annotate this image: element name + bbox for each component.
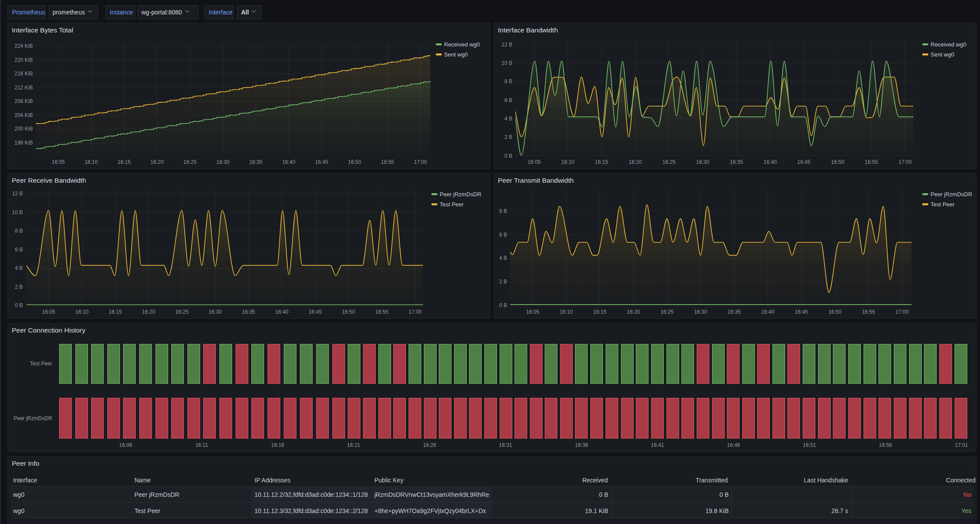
svg-text:10 B: 10 B [501, 60, 512, 66]
svg-text:6 B: 6 B [499, 232, 507, 238]
svg-text:204 KiB: 204 KiB [14, 112, 33, 118]
svg-text:16:46: 16:46 [727, 442, 740, 448]
svg-text:16:51: 16:51 [803, 442, 816, 448]
svg-text:12 B: 12 B [501, 42, 512, 48]
svg-text:16:25: 16:25 [660, 309, 673, 315]
svg-text:16:35: 16:35 [242, 309, 255, 315]
svg-text:Interface Bytes Total: Interface Bytes Total [12, 26, 73, 34]
svg-text:16:15: 16:15 [595, 159, 608, 165]
svg-text:4 B: 4 B [15, 265, 23, 271]
svg-text:16:06: 16:06 [119, 442, 132, 448]
svg-text:Peer jRzmDsDR: Peer jRzmDsDR [14, 415, 52, 421]
svg-text:16:55: 16:55 [865, 159, 878, 165]
svg-text:4 B: 4 B [504, 116, 512, 122]
svg-text:16:10: 16:10 [561, 159, 575, 165]
svg-text:17:00: 17:00 [899, 159, 912, 165]
svg-text:16:20: 16:20 [142, 309, 155, 315]
svg-text:16:35: 16:35 [249, 159, 262, 165]
svg-text:16:25: 16:25 [183, 159, 197, 165]
svg-text:Peer Receive Bandwidth: Peer Receive Bandwidth [12, 177, 86, 184]
svg-text:16:30: 16:30 [696, 159, 709, 165]
svg-text:16:20: 16:20 [629, 159, 642, 165]
svg-text:196 KiB: 196 KiB [14, 140, 33, 146]
svg-text:16:30: 16:30 [216, 159, 229, 165]
svg-text:Test Peer: Test Peer [440, 201, 464, 208]
svg-text:16:20: 16:20 [627, 309, 640, 315]
svg-text:6 B: 6 B [504, 97, 512, 103]
svg-text:2 B: 2 B [504, 134, 512, 140]
svg-text:Peer Info: Peer Info [12, 460, 39, 467]
svg-text:8 B: 8 B [499, 208, 507, 214]
svg-text:16:11: 16:11 [195, 442, 208, 448]
svg-text:16:25: 16:25 [175, 309, 188, 315]
svg-text:16:26: 16:26 [423, 442, 436, 448]
svg-text:16:30: 16:30 [694, 309, 707, 315]
svg-text:16:40: 16:40 [282, 159, 295, 165]
svg-text:16:45: 16:45 [795, 309, 808, 315]
svg-text:17:01: 17:01 [955, 442, 968, 448]
svg-text:2 B: 2 B [15, 284, 23, 290]
svg-text:16:56: 16:56 [879, 442, 892, 448]
svg-text:16:05: 16:05 [42, 309, 55, 315]
svg-text:4 B: 4 B [499, 255, 507, 261]
svg-text:216 KiB: 216 KiB [14, 71, 33, 77]
svg-text:0 B: 0 B [504, 153, 512, 159]
svg-text:16:50: 16:50 [348, 159, 361, 165]
svg-text:16:10: 16:10 [560, 309, 573, 315]
svg-text:16:55: 16:55 [375, 309, 388, 315]
svg-text:16:45: 16:45 [797, 159, 811, 165]
svg-text:16:30: 16:30 [208, 309, 222, 315]
svg-text:16:55: 16:55 [381, 159, 394, 165]
svg-text:16:20: 16:20 [151, 159, 164, 165]
svg-text:200 KiB: 200 KiB [14, 126, 33, 132]
svg-text:0 B: 0 B [15, 302, 23, 308]
svg-text:16:35: 16:35 [728, 309, 741, 315]
svg-text:16:35: 16:35 [730, 159, 743, 165]
svg-text:8 B: 8 B [504, 78, 512, 85]
svg-text:208 KiB: 208 KiB [14, 98, 33, 104]
svg-text:Sent wg0: Sent wg0 [444, 51, 468, 58]
svg-text:16:15: 16:15 [109, 309, 122, 315]
svg-text:16:16: 16:16 [271, 442, 284, 448]
svg-text:Peer jRzmDsDR: Peer jRzmDsDR [931, 191, 972, 198]
svg-text:16:50: 16:50 [831, 159, 844, 165]
svg-text:Sent wg0: Sent wg0 [931, 51, 954, 58]
svg-text:17:00: 17:00 [895, 309, 909, 315]
svg-text:16:15: 16:15 [593, 309, 606, 315]
svg-text:16:50: 16:50 [342, 309, 355, 315]
svg-text:Test Peer: Test Peer [931, 201, 955, 208]
svg-text:16:15: 16:15 [117, 159, 130, 165]
svg-text:6 B: 6 B [15, 247, 23, 253]
svg-text:Received wg0: Received wg0 [444, 41, 480, 48]
svg-text:16:36: 16:36 [575, 442, 588, 448]
svg-text:Interface Bandwidth: Interface Bandwidth [498, 26, 558, 34]
svg-text:16:50: 16:50 [828, 309, 842, 315]
svg-text:16:40: 16:40 [275, 309, 289, 315]
svg-text:212 KiB: 212 KiB [14, 85, 33, 91]
svg-text:16:10: 16:10 [85, 159, 98, 165]
svg-text:0 B: 0 B [499, 302, 507, 308]
svg-text:2 B: 2 B [499, 279, 507, 285]
svg-text:16:55: 16:55 [862, 309, 875, 315]
svg-text:16:40: 16:40 [764, 159, 777, 165]
svg-text:16:05: 16:05 [528, 159, 541, 165]
svg-text:16:40: 16:40 [761, 309, 774, 315]
svg-text:16:25: 16:25 [663, 159, 676, 165]
svg-text:Test Peer: Test Peer [30, 361, 52, 367]
svg-text:16:31: 16:31 [499, 442, 512, 448]
svg-text:Peer Transmit Bandwidth: Peer Transmit Bandwidth [498, 177, 574, 184]
svg-text:16:45: 16:45 [309, 309, 322, 315]
svg-text:16:45: 16:45 [315, 159, 328, 165]
svg-text:16:05: 16:05 [52, 159, 65, 165]
svg-text:Peer Connection History: Peer Connection History [12, 326, 85, 334]
svg-text:10 B: 10 B [12, 209, 23, 216]
svg-text:224 KiB: 224 KiB [14, 43, 33, 49]
svg-text:17:00: 17:00 [409, 309, 422, 315]
svg-text:12 B: 12 B [12, 191, 23, 197]
svg-text:Peer jRzmDsDR: Peer jRzmDsDR [440, 191, 481, 198]
svg-text:16:10: 16:10 [75, 309, 88, 315]
svg-text:Received wg0: Received wg0 [931, 41, 966, 48]
svg-text:8 B: 8 B [15, 228, 23, 234]
svg-text:16:21: 16:21 [347, 442, 360, 448]
svg-text:17:00: 17:00 [414, 159, 427, 165]
